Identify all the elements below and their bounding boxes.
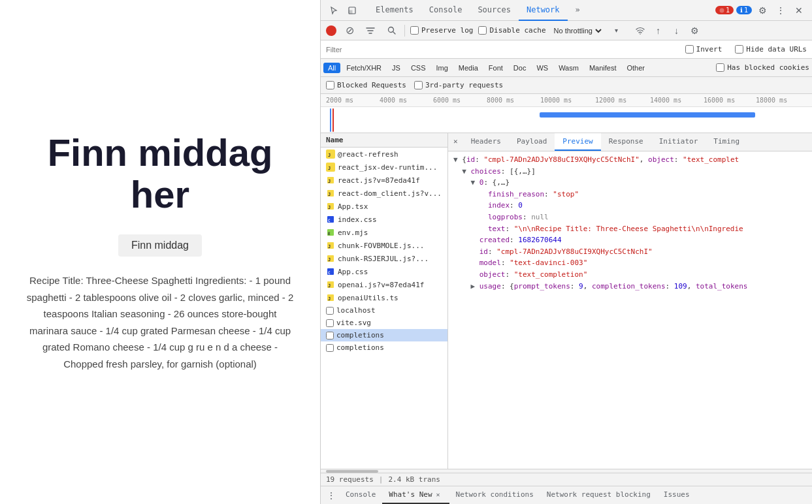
type-btn-all[interactable]: All: [323, 63, 340, 73]
search-button[interactable]: [383, 23, 399, 39]
list-item[interactable]: J @react-refresh: [321, 148, 447, 161]
upload-icon[interactable]: ↑: [651, 23, 666, 39]
list-item[interactable]: vite.svg: [321, 317, 447, 329]
bottom-more-icon[interactable]: ⋮: [323, 488, 339, 503]
scrollbar-thumb[interactable]: [326, 470, 378, 473]
type-btn-font[interactable]: Font: [484, 63, 508, 73]
blocked-requests-checkbox[interactable]: [326, 81, 334, 89]
network-main: Name J @react-refresh J react_jsx-dev-ru…: [321, 133, 812, 469]
list-item[interactable]: J react-dom_client.js?v...: [321, 187, 447, 200]
svg-text:C: C: [328, 218, 331, 223]
tick-2000ms: 2000 ms: [326, 97, 353, 104]
close-devtools-icon[interactable]: ✕: [791, 3, 807, 18]
request-checkbox[interactable]: [326, 344, 334, 352]
tick-8000ms: 8000 ms: [487, 97, 514, 104]
list-item[interactable]: C index.css: [321, 213, 447, 226]
throttle-select[interactable]: No throttling Fast 3G Slow 3G Offline: [551, 26, 604, 35]
timeline-chart: [321, 107, 812, 133]
list-item-selected[interactable]: completions: [321, 329, 447, 341]
bottom-tab-network-request-blocking[interactable]: Network request blocking: [540, 486, 657, 504]
wifi-icon[interactable]: [632, 23, 648, 39]
list-item[interactable]: C App.css: [321, 265, 447, 278]
preview-tab-close[interactable]: ✕: [448, 133, 463, 151]
download-icon[interactable]: ↓: [669, 23, 685, 39]
tab-more[interactable]: »: [568, 0, 588, 21]
record-button[interactable]: [326, 25, 336, 36]
third-party-checkbox[interactable]: [414, 81, 423, 89]
disable-cache-checkbox[interactable]: [478, 26, 487, 35]
dock-icon[interactable]: [344, 3, 360, 18]
request-checkbox[interactable]: [326, 332, 334, 339]
list-item[interactable]: J App.tsx: [321, 200, 447, 213]
type-btn-doc[interactable]: Doc: [509, 63, 531, 73]
invert-checkbox[interactable]: [685, 45, 694, 54]
tab-sources[interactable]: Sources: [470, 0, 519, 21]
third-party-requests-label[interactable]: 3rd-party requests: [414, 81, 503, 89]
type-btn-fetch-xhr[interactable]: Fetch/XHR: [342, 63, 386, 73]
tab-network[interactable]: Network: [519, 0, 568, 21]
type-btn-css[interactable]: CSS: [406, 63, 430, 73]
list-item[interactable]: E env.mjs: [321, 226, 447, 239]
request-name: react-dom_client.js?v...: [338, 189, 442, 198]
request-name: env.mjs: [338, 228, 368, 237]
timeline-bar: 2000 ms 4000 ms 6000 ms 8000 ms 10000 ms…: [321, 94, 812, 133]
list-item[interactable]: J react_jsx-dev-runtim...: [321, 161, 447, 174]
has-blocked-cookies-checkbox[interactable]: [716, 63, 724, 72]
info-badge: ℹ 1: [736, 6, 752, 14]
blocked-requests-label[interactable]: Blocked Requests: [326, 81, 406, 89]
list-item[interactable]: localhost: [321, 304, 447, 317]
network-settings-icon[interactable]: ⚙: [687, 23, 703, 39]
preview-tab-timing[interactable]: Timing: [706, 133, 747, 151]
toolbar-divider: [404, 25, 405, 37]
preview-tab-headers[interactable]: Headers: [463, 133, 509, 151]
page-content: Recipe Title: Three-Cheese Spaghetti Ing…: [26, 272, 294, 372]
preview-tab-payload[interactable]: Payload: [509, 133, 555, 151]
settings-icon[interactable]: ⚙: [755, 3, 770, 18]
type-btn-media[interactable]: Media: [454, 63, 483, 73]
request-checkbox[interactable]: [326, 307, 334, 315]
bottom-tab-whats-new[interactable]: What's New ✕: [382, 486, 449, 504]
svg-line-4: [393, 32, 395, 34]
throttle-arrow-icon[interactable]: ▾: [609, 23, 625, 39]
invert-label[interactable]: Invert: [685, 45, 723, 54]
type-btn-wasm[interactable]: Wasm: [554, 63, 583, 73]
more-options-icon[interactable]: ⋮: [773, 3, 788, 18]
list-item[interactable]: J chunk-RSJERJUL.js?...: [321, 252, 447, 265]
preview-tab-initiator[interactable]: Initiator: [651, 133, 706, 151]
svg-rect-1: [349, 10, 352, 14]
bottom-tab-console[interactable]: Console: [339, 486, 382, 504]
type-btn-ws[interactable]: WS: [532, 63, 553, 73]
cursor-icon[interactable]: [326, 3, 342, 18]
network-toolbar: ⊘ Preserve log Disable cache No throttli…: [321, 21, 812, 40]
tab-console[interactable]: Console: [421, 0, 470, 21]
disable-cache-label[interactable]: Disable cache: [478, 26, 545, 35]
bottom-tab-network-conditions[interactable]: Network conditions: [449, 486, 540, 504]
preserve-log-label[interactable]: Preserve log: [410, 26, 473, 35]
hide-data-label[interactable]: Hide data URLs: [735, 45, 807, 54]
tab-elements[interactable]: Elements: [368, 0, 421, 21]
has-blocked-cookies-label[interactable]: Has blocked cookies: [716, 63, 809, 72]
preview-tab-preview[interactable]: Preview: [555, 133, 600, 151]
filter-button[interactable]: [363, 23, 378, 39]
preview-tab-response[interactable]: Response: [601, 133, 651, 151]
tick-14000ms: 14000 ms: [650, 97, 681, 104]
bottom-tab-issues[interactable]: Issues: [657, 486, 696, 504]
list-item[interactable]: J chunk-FOVBMOLE.js...: [321, 239, 447, 252]
type-btn-manifest[interactable]: Manifest: [585, 63, 621, 73]
type-btn-other[interactable]: Other: [622, 63, 649, 73]
hide-data-checkbox[interactable]: [735, 45, 743, 54]
clear-button[interactable]: ⊘: [342, 23, 357, 39]
filter-bar: Invert Hide data URLs: [321, 40, 812, 59]
request-checkbox[interactable]: [326, 319, 334, 327]
list-item[interactable]: J openai.js?v=87eda41f: [321, 278, 447, 291]
list-item[interactable]: J openaiUtils.ts: [321, 291, 447, 304]
whats-new-close-icon[interactable]: ✕: [434, 490, 443, 499]
list-item[interactable]: J react.js?v=87eda41f: [321, 174, 447, 187]
requests-header: Name: [321, 133, 447, 148]
preserve-log-checkbox[interactable]: [410, 26, 419, 35]
type-btn-js[interactable]: JS: [387, 63, 405, 73]
type-btn-img[interactable]: Img: [432, 63, 453, 73]
filter-input[interactable]: [326, 46, 416, 54]
status-bar: 19 requests | 2.4 kB trans: [321, 473, 812, 486]
list-item[interactable]: completions: [321, 341, 447, 354]
